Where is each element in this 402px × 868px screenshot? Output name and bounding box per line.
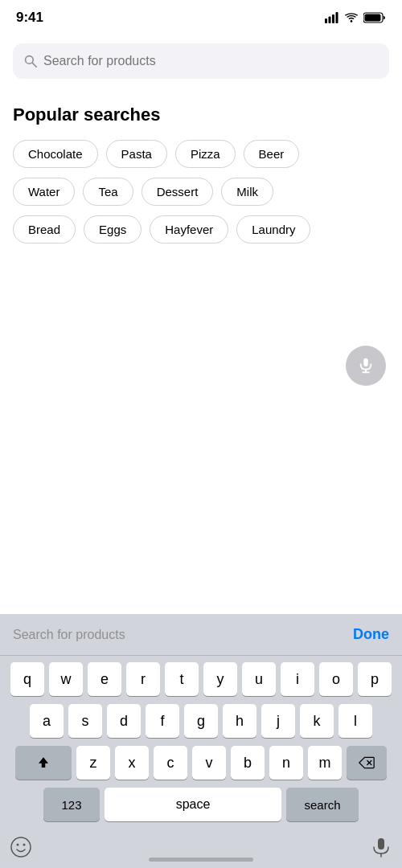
key-v[interactable]: v (192, 746, 226, 780)
key-q[interactable]: q (10, 662, 44, 696)
svg-rect-17 (378, 838, 384, 850)
svg-rect-0 (325, 18, 327, 23)
svg-point-16 (23, 844, 26, 846)
key-delete[interactable] (347, 746, 387, 780)
key-s[interactable]: s (68, 704, 102, 738)
key-m[interactable]: m (308, 746, 342, 780)
home-indicator (149, 858, 253, 862)
svg-rect-3 (336, 12, 338, 23)
tags-row-3: Bread Eggs Hayfever Laundry (13, 215, 389, 244)
search-bar[interactable] (13, 43, 389, 79)
key-z[interactable]: z (76, 746, 110, 780)
popular-title: Popular searches (13, 104, 389, 125)
key-y[interactable]: y (203, 662, 237, 696)
status-time: 9:41 (16, 10, 43, 26)
tag-tea[interactable]: Tea (83, 178, 133, 206)
key-p[interactable]: p (358, 662, 392, 696)
dictation-button[interactable] (370, 836, 392, 862)
tag-milk[interactable]: Milk (221, 178, 273, 206)
key-f[interactable]: f (146, 704, 179, 738)
svg-point-7 (26, 56, 34, 64)
shift-icon (36, 755, 51, 770)
key-l[interactable]: l (338, 704, 372, 738)
tag-beer[interactable]: Beer (244, 140, 300, 168)
key-e[interactable]: e (88, 662, 121, 696)
key-x[interactable]: x (115, 746, 149, 780)
key-n[interactable]: n (269, 746, 303, 780)
key-u[interactable]: u (242, 662, 276, 696)
delete-icon (359, 756, 375, 769)
key-i[interactable]: i (281, 662, 314, 696)
svg-rect-9 (363, 358, 368, 366)
key-o[interactable]: o (319, 662, 353, 696)
tags-row-1: Chocolate Pasta Pizza Beer (13, 140, 389, 168)
key-g[interactable]: g (184, 704, 218, 738)
tag-chocolate[interactable]: Chocolate (13, 140, 98, 168)
tags-row-2: Water Tea Dessert Milk (13, 178, 389, 206)
key-w[interactable]: w (49, 662, 83, 696)
svg-line-8 (32, 63, 36, 67)
dictation-icon (370, 836, 392, 858)
svg-point-14 (11, 837, 31, 857)
svg-point-15 (17, 844, 19, 846)
tag-bread[interactable]: Bread (13, 215, 76, 244)
keyboard-row-2: a s d f g h j k l (3, 704, 399, 738)
tag-water[interactable]: Water (13, 178, 75, 206)
keyboard-row-3: z x c v b n m (3, 746, 399, 780)
key-b[interactable]: b (231, 746, 265, 780)
key-k[interactable]: k (300, 704, 334, 738)
key-d[interactable]: d (107, 704, 141, 738)
status-bar: 9:41 (0, 0, 402, 35)
keyboard-row-4: 123 space search (3, 788, 399, 821)
key-h[interactable]: h (223, 704, 256, 738)
battery-icon (363, 12, 386, 23)
mic-button[interactable] (346, 346, 386, 386)
content: Popular searches Chocolate Pasta Pizza B… (0, 92, 402, 244)
keyboard-top-bar: Search for products Done (0, 614, 402, 656)
tag-laundry[interactable]: Laundry (236, 215, 310, 244)
key-r[interactable]: r (126, 662, 160, 696)
mic-icon (357, 357, 375, 375)
emoji-icon (10, 836, 32, 858)
wifi-icon (344, 12, 359, 23)
keyboard: Search for products Done q w e r t y u i… (0, 614, 402, 868)
search-input[interactable] (43, 54, 378, 68)
key-search[interactable]: search (286, 788, 359, 821)
keyboard-bottom-row (0, 833, 402, 868)
svg-rect-1 (329, 17, 331, 24)
search-icon (24, 55, 37, 68)
emoji-button[interactable] (10, 836, 32, 862)
status-icons (325, 12, 386, 23)
key-j[interactable]: j (261, 704, 295, 738)
keyboard-row-1: q w e r t y u i o p (3, 662, 399, 696)
key-numbers[interactable]: 123 (43, 788, 100, 821)
search-bar-container (0, 35, 402, 92)
key-c[interactable]: c (154, 746, 187, 780)
tag-pizza[interactable]: Pizza (175, 140, 236, 168)
tag-hayfever[interactable]: Hayfever (150, 215, 228, 244)
keyboard-rows: q w e r t y u i o p a s d f g h j k l (0, 656, 402, 833)
keyboard-placeholder: Search for products (13, 628, 125, 642)
signal-icon (325, 12, 339, 23)
keyboard-done-button[interactable]: Done (353, 626, 389, 643)
tag-pasta[interactable]: Pasta (106, 140, 167, 168)
key-shift[interactable] (15, 746, 72, 780)
tag-eggs[interactable]: Eggs (84, 215, 142, 244)
svg-point-4 (351, 20, 353, 23)
svg-rect-6 (365, 14, 381, 22)
tag-dessert[interactable]: Dessert (142, 178, 214, 206)
key-space[interactable]: space (105, 788, 281, 821)
svg-rect-2 (332, 14, 334, 23)
key-t[interactable]: t (165, 662, 199, 696)
key-a[interactable]: a (30, 704, 64, 738)
